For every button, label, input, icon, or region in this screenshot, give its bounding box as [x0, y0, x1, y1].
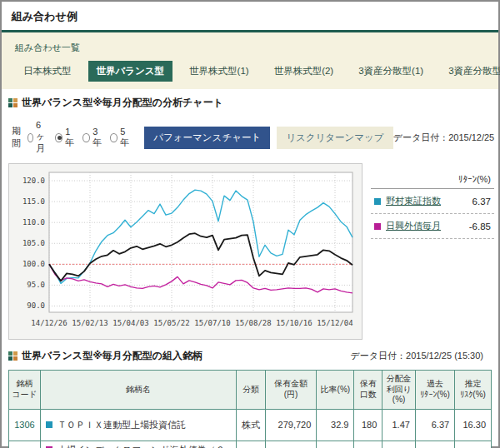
period-3y-radio[interactable]: 3年: [82, 127, 103, 149]
page-title: 組み合わせ例: [2, 2, 498, 30]
series-swatch-icon: [374, 198, 381, 205]
col-header-past-return: 過去 ﾘﾀｰﾝ(%): [415, 371, 454, 410]
fund-code-link[interactable]: 1306: [9, 409, 41, 441]
table-row: 1306 ＴＯＰＩＸ連動型上場投資信託 株式 279,720 32.9 180 …: [9, 409, 492, 441]
svg-text:15/12/04: 15/12/04: [317, 319, 352, 327]
chart-controls: 期間 6ヶ月 1年 3年 5年 パフォーマンスチャート リスクリターンマップ デ…: [2, 113, 498, 162]
tab-3asset-2[interactable]: 3資産分散型(2): [440, 61, 500, 82]
period-label: 期間: [12, 125, 21, 150]
svg-text:15/08/28: 15/08/28: [235, 319, 271, 327]
col-header-risk: 推定 ﾘｽｸ(%): [455, 371, 492, 410]
legend-item-nikko: 日興外債毎月 -6.85: [371, 214, 494, 239]
col-header-units: 保有 口数: [354, 371, 382, 410]
tab-world-equity-2[interactable]: 世界株式型(2): [266, 61, 342, 82]
svg-text:110.0: 110.0: [22, 218, 45, 226]
col-header-name: 銘柄名: [40, 371, 236, 410]
legend-value-nikko: -6.85: [469, 222, 491, 231]
period-radio-group: 6ヶ月 1年 3年 5年: [28, 120, 138, 155]
holdings-data-date: データ日付：2015/12/25 (15:30): [351, 350, 490, 362]
radio-circle-icon[interactable]: [55, 133, 62, 142]
period-6m-radio[interactable]: 6ヶ月: [28, 120, 48, 155]
nav-panel: 組み合わせ一覧 日本株式型 世界バランス型 世界株式型(1) 世界株式型(2) …: [2, 32, 498, 89]
col-header-code: 銘柄 コード: [9, 371, 41, 410]
radio-circle-icon[interactable]: [82, 133, 90, 142]
radio-circle-icon[interactable]: [110, 133, 118, 142]
table-header-row: 銘柄 コード 銘柄名 分類 保有金額 (円) 比率(%) 保有 口数 分配金 利…: [9, 371, 492, 410]
legend-header: ﾘﾀｰﾝ(%): [371, 172, 494, 189]
svg-text:15/04/03: 15/04/03: [112, 319, 148, 327]
holdings-section-header: 世界バランス型※毎月分配型の組入銘柄 データ日付：2015/12/25 (15:…: [2, 342, 498, 366]
radio-circle-icon[interactable]: [28, 133, 33, 142]
breadcrumb-link[interactable]: 組み合わせ一覧: [15, 42, 80, 52]
series-swatch-icon: [374, 223, 381, 230]
svg-text:115.0: 115.0: [22, 197, 45, 206]
legend-value-nomura: 6.37: [472, 197, 491, 207]
chart-legend: ﾘﾀｰﾝ(%) 野村東証指数 6.37 日興外債毎月 -6.85: [371, 172, 494, 239]
svg-text:14/12/26: 14/12/26: [31, 319, 67, 327]
col-header-ratio: 比率(%): [317, 371, 354, 410]
risk-return-map-button[interactable]: リスクリターンマップ: [277, 127, 392, 149]
col-header-category: 分類: [236, 371, 265, 410]
period-5y-radio[interactable]: 5年: [110, 127, 131, 149]
fund-name-cell: ＴＯＰＩＸ連動型上場投資信託: [40, 409, 236, 441]
tab-world-equity-1[interactable]: 世界株式型(1): [181, 61, 258, 82]
performance-chart: 90.095.0100.0105.0110.0115.0120.014/12/2…: [8, 163, 362, 340]
series-swatch-icon: [46, 421, 52, 428]
legend-link-nikko[interactable]: 日興外債毎月: [386, 220, 441, 232]
col-header-yield: 分配金 利回り (%): [382, 371, 416, 410]
fund-code-link[interactable]: 1677: [9, 441, 41, 448]
svg-text:15/10/16: 15/10/16: [276, 319, 312, 327]
svg-text:15/07/10: 15/07/10: [194, 319, 230, 327]
portfolio-tabs: 日本株式型 世界バランス型 世界株式型(1) 世界株式型(2) 3資産分散型(1…: [2, 59, 498, 82]
legend-link-nomura[interactable]: 野村東証指数: [386, 195, 441, 207]
svg-text:100.0: 100.0: [22, 260, 45, 268]
chart-area: 90.095.0100.0105.0110.0115.0120.014/12/2…: [2, 163, 498, 342]
legend-item-nomura: 野村東証指数 6.37: [371, 189, 494, 214]
svg-text:15/02/13: 15/02/13: [72, 319, 108, 327]
period-1y-radio[interactable]: 1年: [55, 127, 76, 149]
chart-data-date: データ日付：2015/12/25: [393, 132, 500, 144]
breadcrumb: 組み合わせ一覧: [2, 32, 498, 59]
chart-section-title: 世界バランス型※毎月分配型の分析チャート: [22, 96, 223, 110]
chart-section-header: 世界バランス型※毎月分配型の分析チャート: [2, 89, 498, 113]
section-squares-icon: [8, 98, 18, 107]
svg-text:15/05/22: 15/05/22: [153, 319, 189, 327]
table-row: 1677 上場インデックスファンド海外債券（Ｃｉｔ 債券 571,000 67.…: [9, 441, 492, 448]
fund-name-cell: 上場インデックスファンド海外債券（Ｃｉｔ: [40, 441, 236, 448]
tab-world-balance[interactable]: 世界バランス型: [88, 61, 173, 82]
svg-text:95.0: 95.0: [27, 281, 45, 289]
svg-text:90.0: 90.0: [27, 301, 45, 310]
svg-text:105.0: 105.0: [22, 239, 45, 247]
holdings-section-title: 世界バランス型※毎月分配型の組入銘柄: [22, 349, 202, 363]
tab-3asset-1[interactable]: 3資産分散型(1): [350, 61, 432, 82]
tab-japan-equity[interactable]: 日本株式型: [15, 61, 80, 82]
svg-text:120.0: 120.0: [22, 177, 45, 185]
app-window: 組み合わせ例 組み合わせ一覧 日本株式型 世界バランス型 世界株式型(1) 世界…: [0, 0, 500, 448]
section-squares-icon: [8, 351, 18, 361]
col-header-amount: 保有金額 (円): [265, 371, 316, 410]
performance-chart-button[interactable]: パフォーマンスチャート: [144, 127, 270, 149]
performance-chart-svg: 90.095.0100.0105.0110.0115.0120.014/12/2…: [9, 164, 362, 339]
holdings-table: 銘柄 コード 銘柄名 分類 保有金額 (円) 比率(%) 保有 口数 分配金 利…: [8, 370, 492, 448]
